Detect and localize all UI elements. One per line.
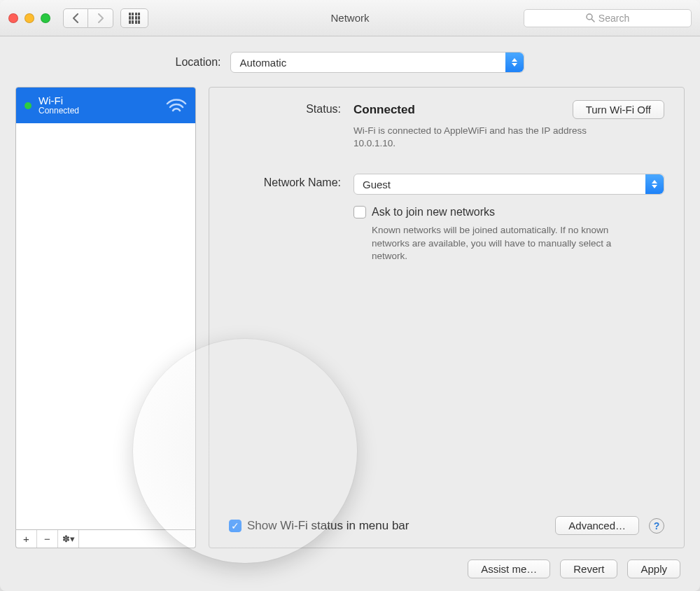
- ask-join-label: Ask to join new networks: [372, 206, 495, 218]
- main-row: Wi-Fi Connected + − ✽▾: [15, 87, 685, 548]
- ask-join-row[interactable]: Ask to join new networks: [354, 206, 664, 218]
- grid-icon: [129, 13, 140, 24]
- network-prefs-window: Network Search Location: Automatic Wi-Fi: [0, 0, 700, 591]
- location-row: Location: Automatic: [15, 36, 685, 87]
- search-icon: [586, 13, 595, 22]
- location-select[interactable]: Automatic: [230, 52, 524, 73]
- status-value: Connected: [354, 103, 415, 117]
- service-name: Wi-Fi: [38, 95, 79, 106]
- help-button[interactable]: ?: [649, 518, 664, 534]
- wifi-icon: [166, 98, 187, 113]
- revert-button[interactable]: Revert: [560, 559, 617, 578]
- status-label: Status:: [229, 100, 341, 116]
- network-name-label: Network Name:: [229, 174, 341, 189]
- service-status: Connected: [38, 106, 79, 116]
- status-dot-icon: [24, 102, 31, 109]
- ask-join-checkbox[interactable]: [354, 206, 366, 218]
- minimize-window-button[interactable]: [24, 13, 34, 23]
- window-body: Location: Automatic Wi-Fi Connected: [0, 36, 700, 591]
- location-value: Automatic: [239, 57, 286, 69]
- zoom-window-button[interactable]: [41, 13, 50, 23]
- search-placeholder: Search: [598, 13, 629, 24]
- sidebar-toolbar: + − ✽▾: [15, 530, 196, 548]
- back-button[interactable]: [63, 8, 88, 28]
- sidebar-column: Wi-Fi Connected + − ✽▾: [15, 87, 196, 548]
- titlebar: Network Search: [0, 0, 700, 36]
- chevron-up-down-icon: [505, 53, 524, 72]
- location-label: Location:: [176, 56, 221, 69]
- service-item-wifi[interactable]: Wi-Fi Connected: [16, 88, 195, 123]
- show-menubar-row[interactable]: Show Wi-Fi status in menu bar: [229, 519, 409, 533]
- ask-join-description: Known networks will be joined automatica…: [372, 224, 638, 263]
- add-service-button[interactable]: +: [16, 530, 37, 548]
- search-input[interactable]: Search: [524, 9, 692, 27]
- service-list[interactable]: Wi-Fi Connected: [15, 87, 196, 530]
- detail-bottom-row: Show Wi-Fi status in menu bar Advanced… …: [229, 516, 664, 535]
- chevron-up-down-icon: [645, 174, 664, 194]
- service-actions-button[interactable]: ✽▾: [58, 530, 79, 548]
- status-description: Wi-Fi is connected to AppleWiFi and has …: [354, 125, 620, 150]
- apply-button[interactable]: Apply: [627, 559, 680, 578]
- toolbar-spacer: [79, 530, 195, 548]
- remove-service-button[interactable]: −: [37, 530, 58, 548]
- assist-me-button[interactable]: Assist me…: [468, 559, 550, 578]
- window-controls: [8, 13, 50, 23]
- advanced-button[interactable]: Advanced…: [555, 516, 639, 535]
- show-menubar-checkbox[interactable]: [229, 520, 241, 532]
- toggle-wifi-button[interactable]: Turn Wi-Fi Off: [573, 100, 664, 119]
- footer: Assist me… Revert Apply: [15, 548, 685, 578]
- network-name-select[interactable]: Guest: [354, 174, 664, 195]
- detail-panel: Status: Connected Turn Wi-Fi Off Wi-Fi i…: [209, 87, 685, 548]
- show-menubar-label: Show Wi-Fi status in menu bar: [247, 519, 409, 533]
- close-window-button[interactable]: [8, 13, 18, 23]
- show-all-button[interactable]: [120, 8, 148, 28]
- service-text: Wi-Fi Connected: [38, 95, 79, 116]
- svg-line-1: [592, 19, 594, 22]
- nav-back-forward: [63, 8, 113, 28]
- network-name-value: Guest: [363, 179, 391, 190]
- forward-button[interactable]: [88, 8, 113, 28]
